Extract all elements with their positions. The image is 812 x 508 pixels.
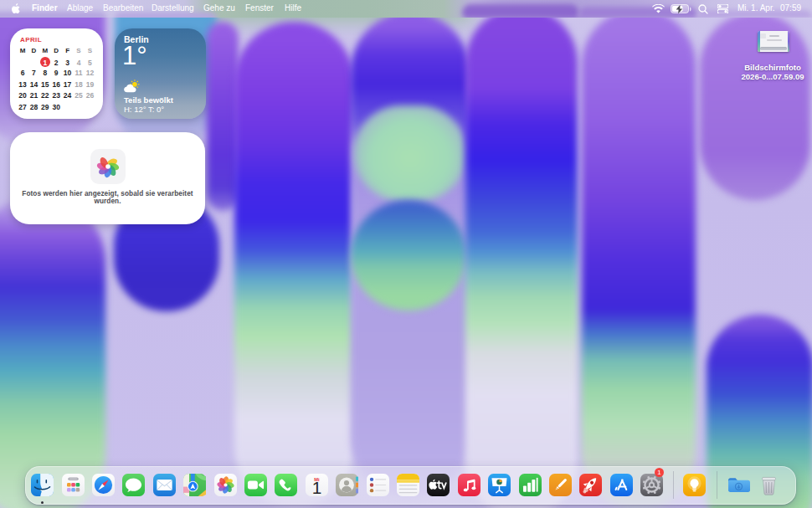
svg-text:1: 1 (311, 478, 321, 497)
